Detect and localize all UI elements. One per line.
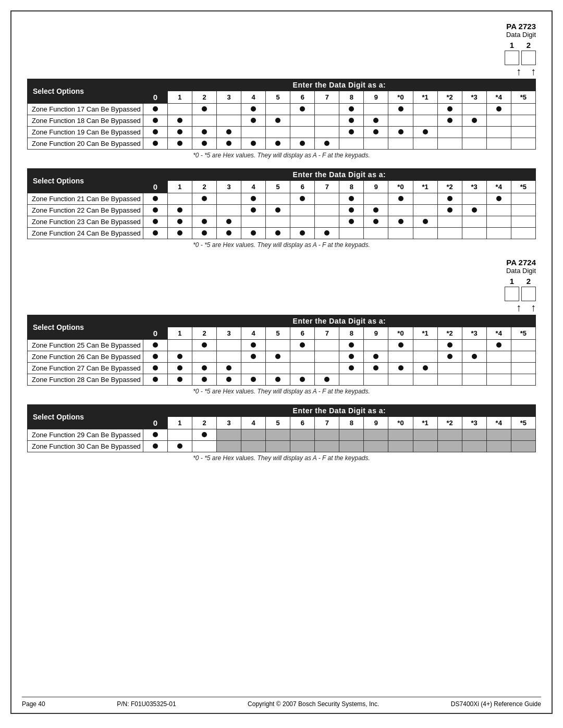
dot-cell — [462, 363, 486, 374]
section3-enter-header: Enter the Data Digit as a: — [143, 315, 535, 327]
dot-cell — [364, 193, 388, 205]
section3-table: Select Options Enter the Data Digit as a… — [27, 315, 536, 386]
section1-col-3: 3 — [217, 91, 241, 104]
section3-note: *0 - *5 are Hex values. They will displa… — [27, 388, 536, 395]
dot-cell — [315, 441, 339, 452]
pa2724-title: PA 2724 Data Digit — [506, 258, 536, 275]
dot-icon — [275, 207, 280, 213]
dot-cell — [241, 104, 266, 115]
pa2724-digit2-col: 2 — [521, 277, 536, 301]
dot-icon — [423, 365, 428, 371]
dot-cell — [388, 228, 413, 239]
dot-cell — [143, 138, 167, 150]
dot-cell — [339, 127, 364, 138]
dot-icon — [447, 196, 452, 201]
dot-cell — [143, 115, 167, 127]
section1-col-8: 8 — [339, 91, 364, 104]
dot-cell — [241, 205, 266, 216]
section1-col-s3: *3 — [462, 91, 486, 104]
dot-cell — [364, 228, 388, 239]
pa2723-title-text: PA 2723 — [506, 22, 536, 31]
dot-cell — [364, 127, 388, 138]
section1-col-0: 0 — [143, 91, 167, 104]
dot-cell — [241, 115, 266, 127]
dot-cell — [437, 441, 462, 452]
dot-cell — [290, 228, 315, 239]
section4-col-s5: *5 — [511, 417, 535, 429]
dot-cell — [192, 193, 216, 205]
dot-cell — [437, 228, 462, 239]
section1-col-6: 6 — [290, 91, 315, 104]
row-label: Zone Function 25 Can Be Bypassed — [28, 340, 143, 351]
dot-cell — [339, 193, 364, 205]
dot-cell — [462, 340, 486, 351]
dot-cell — [266, 205, 290, 216]
dot-cell — [143, 374, 167, 386]
dot-cell — [192, 104, 216, 115]
dot-cell — [143, 340, 167, 351]
dot-cell — [437, 216, 462, 228]
section3-col-3: 3 — [217, 327, 241, 340]
dot-icon — [398, 342, 403, 348]
pa2724-subtitle-text: Data Digit — [506, 267, 536, 275]
dot-cell — [437, 340, 462, 351]
dot-cell — [511, 127, 535, 138]
dot-cell — [388, 193, 413, 205]
dot-icon — [251, 118, 256, 123]
dot-icon — [177, 141, 182, 146]
section1-enter-header: Enter the Data Digit as a: — [143, 79, 535, 91]
dot-icon — [447, 354, 452, 359]
dot-icon — [447, 207, 452, 213]
dot-cell — [339, 115, 364, 127]
dot-cell — [511, 374, 535, 386]
section2-select-options-header: Select Options — [28, 169, 143, 193]
table-row: Zone Function 24 Can Be Bypassed — [28, 228, 536, 239]
dot-cell — [486, 127, 511, 138]
dot-cell — [290, 374, 315, 386]
dot-cell — [511, 138, 535, 150]
table-row: Zone Function 21 Can Be Bypassed — [28, 193, 536, 205]
dot-cell — [266, 363, 290, 374]
dot-cell — [364, 340, 388, 351]
dot-cell — [290, 104, 315, 115]
dot-cell — [339, 205, 364, 216]
dot-cell — [462, 205, 486, 216]
section1-col-s2: *2 — [437, 91, 462, 104]
dot-cell — [413, 205, 437, 216]
dot-cell — [511, 216, 535, 228]
dot-cell — [364, 216, 388, 228]
dot-cell — [290, 127, 315, 138]
dot-icon — [251, 207, 256, 213]
dot-cell — [217, 340, 241, 351]
dot-icon — [153, 377, 158, 382]
dot-cell — [486, 193, 511, 205]
footer-guide: DS7400Xi (4+) Reference Guide — [451, 700, 541, 708]
dot-cell — [192, 374, 216, 386]
dot-icon — [177, 354, 182, 359]
dot-icon — [472, 207, 477, 213]
dot-cell — [413, 138, 437, 150]
dot-cell — [339, 351, 364, 363]
dot-icon — [300, 196, 305, 201]
pa2723-digit2-box — [521, 51, 536, 65]
dot-icon — [226, 129, 231, 134]
pa2723-arrow1: ↑ — [516, 66, 521, 77]
dot-cell — [167, 104, 192, 115]
dot-icon — [202, 230, 207, 236]
dot-icon — [349, 129, 354, 134]
dot-cell — [413, 216, 437, 228]
dot-cell — [315, 374, 339, 386]
dot-cell — [413, 363, 437, 374]
table-row: Zone Function 20 Can Be Bypassed — [28, 138, 536, 150]
dot-cell — [437, 429, 462, 441]
table-row: Zone Function 27 Can Be Bypassed — [28, 363, 536, 374]
section2-enter-header: Enter the Data Digit as a: — [143, 169, 535, 181]
pa2723-digit1-num: 1 — [510, 41, 514, 50]
row-label: Zone Function 21 Can Be Bypassed — [28, 193, 143, 205]
dot-icon — [202, 219, 207, 224]
dot-icon — [251, 342, 256, 348]
section1-col-2: 2 — [192, 91, 216, 104]
dot-cell — [413, 193, 437, 205]
dot-icon — [349, 207, 354, 213]
dot-cell — [192, 228, 216, 239]
